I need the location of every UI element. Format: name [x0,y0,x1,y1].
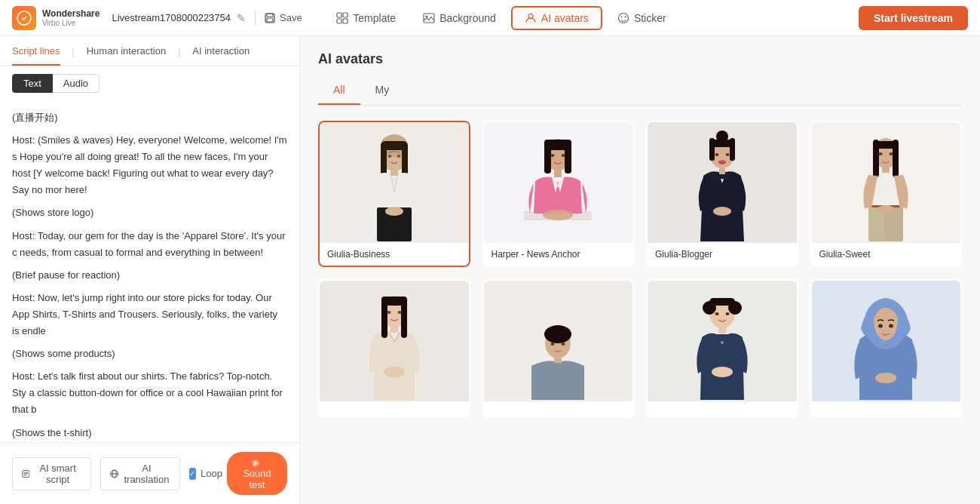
script-line-8: (Shows the t-shirt) [12,425,287,441]
script-line-2: (Shows store logo) [12,204,287,221]
script-line-6: (Shows some products) [12,346,287,362]
loop-checkbox[interactable]: ✓ [189,468,196,480]
avatar-image-8 [812,281,961,401]
loop-area: ✓ Loop Sound test [189,452,287,495]
nav-ai-avatars[interactable]: AI avatars [511,6,602,30]
tab-script-lines[interactable]: Script lines [12,45,60,66]
svg-rect-5 [343,13,348,17]
avatar-filter-tabs: All My [318,79,962,106]
avatar-grid: Giulia-Business [318,121,962,418]
svg-point-90 [712,367,733,377]
avatar-image-3 [648,122,797,243]
ai-smart-script-label: AI smart script [34,463,81,485]
svg-point-79 [562,343,565,346]
svg-point-74 [397,311,401,314]
right-panel: AI avatars All My [300,36,980,504]
template-icon [336,12,348,24]
avatar-name-8 [812,401,961,416]
svg-point-94 [875,373,896,383]
avatar-card-5[interactable] [318,279,470,418]
svg-rect-72 [401,297,407,338]
save-label: Save [280,12,302,23]
svg-point-42 [556,159,560,161]
svg-rect-63 [873,140,879,177]
svg-point-73 [387,311,390,314]
ai-smart-script-button[interactable]: AI smart script [12,457,91,490]
save-icon [265,13,275,23]
avatar-name-4: Giulia-Sweet [812,243,961,266]
avatar-name-2: Harper - News Anchor [484,243,633,266]
svg-rect-38 [544,140,551,174]
logo-line2: Virbo Live [42,19,100,27]
filter-tab-all[interactable]: All [318,79,360,105]
ai-avatars-icon [525,12,537,24]
svg-rect-71 [381,297,387,338]
background-icon [423,12,435,24]
avatar-card-8[interactable] [810,279,963,418]
svg-point-40 [551,154,555,157]
avatar-card-4[interactable]: Giulia-Sweet [810,121,963,267]
ai-translation-button[interactable]: AI translation [100,457,180,490]
panel-title: AI avatars [318,51,962,67]
tab-ai-interaction[interactable]: AI interaction [192,45,250,66]
svg-point-66 [890,152,893,155]
svg-point-50 [715,153,718,156]
avatar-image-5 [320,281,469,401]
logo-line1: Wondershare [42,8,100,19]
svg-point-43 [543,210,573,220]
svg-rect-7 [343,19,348,23]
script-line-5: Host: Now, let's jump right into our sto… [12,290,287,340]
svg-point-88 [715,312,718,315]
top-nav: Wondershare Virbo Live Livestream1708000… [0,0,980,36]
avatar-name-7 [648,401,797,416]
svg-point-78 [551,343,555,346]
sound-test-icon [251,459,260,468]
save-button[interactable]: Save [265,12,302,23]
loop-label: Loop [201,468,222,479]
svg-point-92 [878,324,883,327]
avatar-image-6 [484,281,633,401]
svg-point-29 [397,155,400,158]
svg-point-87 [728,301,742,315]
svg-rect-2 [267,14,273,17]
avatar-card-3[interactable]: Giulia-Blogger [646,121,798,267]
svg-point-53 [713,207,731,216]
svg-point-86 [703,301,716,315]
avatar-name-5 [320,401,469,416]
avatar-card-7[interactable] [646,279,798,418]
ai-smart-script-icon [22,469,29,479]
avatar-card-1[interactable]: Giulia-Business [318,121,470,267]
tab-human-interaction[interactable]: Human interaction [87,45,167,66]
main-layout: Script lines | Human interaction | AI in… [0,36,980,504]
script-line-0: (直播开始) [12,109,287,126]
text-audio-tabs: Text Audio [0,66,299,100]
start-livestream-button[interactable]: Start livestream [859,6,968,30]
svg-point-82 [721,341,724,344]
filter-tab-my[interactable]: My [360,79,405,105]
svg-point-47 [716,131,728,143]
edit-icon[interactable]: ✎ [237,12,246,24]
svg-rect-27 [381,141,408,150]
avatar-card-2[interactable]: Harper - News Anchor [482,121,635,267]
nav-template-label: Template [353,12,396,24]
sound-test-button[interactable]: Sound test [227,452,287,495]
nav-sticker[interactable]: Sticker [605,8,678,29]
svg-point-77 [544,325,571,343]
avatar-card-6[interactable] [482,279,635,418]
app-logo-icon [12,6,36,30]
svg-point-93 [889,324,893,327]
avatar-name-3: Giulia-Blogger [648,243,797,266]
nav-background[interactable]: Background [411,8,508,29]
nav-background-label: Background [439,12,496,24]
tab-text-button[interactable]: Text [12,74,53,93]
logo-text-area: Wondershare Virbo Live [42,8,100,27]
svg-point-28 [387,155,391,158]
svg-point-51 [725,153,729,156]
svg-rect-49 [730,138,735,161]
ai-translation-icon [110,469,119,479]
svg-point-12 [620,16,622,17]
nav-template[interactable]: Template [324,8,408,29]
tab-audio-button[interactable]: Audio [53,74,100,93]
svg-point-67 [877,205,895,214]
script-line-3: Host: Today, our gem for the day is the … [12,228,287,261]
